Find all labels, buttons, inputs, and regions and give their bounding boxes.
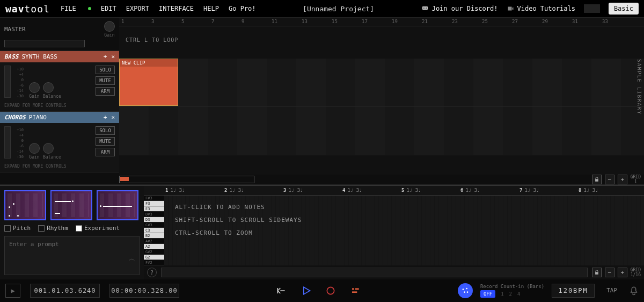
bpm-display[interactable]: 120BPM [552,284,595,298]
empty-lane[interactable] [119,155,644,175]
metronome-button[interactable] [629,286,639,296]
bass-gain-knob[interactable] [29,82,40,93]
preset-3[interactable] [97,190,138,220]
discord-label: Join our Discord! [432,5,498,12]
bass-lane[interactable]: NEW CLIP [119,59,644,107]
menu-export[interactable]: EXPORT [126,5,149,12]
arranger-grid-label[interactable]: GRID1 [631,175,641,184]
chords-close-button[interactable]: × [111,114,115,121]
rewind-button[interactable] [276,285,287,296]
menu-gopro[interactable]: Go Pro! [229,5,256,12]
chords-mute-button[interactable]: MUTE [96,137,115,146]
count-in-2[interactable]: 2 [509,291,512,297]
discord-link[interactable]: Join our Discord! [421,5,498,12]
count-in-off-button[interactable]: OFF [480,290,495,298]
transport-controls [189,285,448,296]
bars-beats-display[interactable]: 001.01.03.6240 [30,284,100,298]
piano-roll-grid[interactable]: ALT-CLICK TO ADD NOTES SHIFT-SCROLL TO S… [164,196,644,265]
chords-lane[interactable] [119,107,644,155]
logo-part-b: tool [25,3,50,15]
add-track-button[interactable]: + [104,53,107,60]
track-inst-chords: PIANO [29,114,47,121]
master-fader[interactable] [4,40,85,47]
bass-expand-note[interactable]: EXPAND FOR MORE CONTROLS [0,102,119,111]
close-track-button[interactable]: × [111,53,115,60]
overview-scrollbar[interactable] [119,176,254,183]
arranger-overview[interactable]: − + GRID1 [119,175,644,184]
proll-zoom-in-button[interactable]: + [618,268,627,277]
preset-1[interactable] [4,190,46,220]
opt-rhythm[interactable]: Rhythm [38,225,68,232]
user-avatar-placeholder[interactable] [584,4,600,13]
editor-search-input[interactable] [161,268,588,277]
svg-point-7 [467,291,469,293]
menu-help[interactable]: HELP [203,5,219,12]
tutorials-link[interactable]: Video Tutorials [507,5,575,12]
menu-interface[interactable]: INTERFACE [159,5,194,12]
lock-button[interactable] [592,175,602,184]
ruler-mark: 23 [452,19,458,24]
timeline-ruler[interactable]: 1 3 5 7 9 11 13 15 17 19 21 23 25 27 29 … [119,18,644,26]
ai-prompt-input[interactable]: Enter a prompt [4,236,140,275]
master-gain-knob[interactable] [104,21,115,32]
chords-add-button[interactable]: + [104,114,107,121]
sample-library-label: SAMPLE LIBRARY [636,59,642,115]
chords-gain-knob[interactable] [29,143,40,154]
opt-experiment[interactable]: Experiment [76,225,120,232]
timeline[interactable]: 1 3 5 7 9 11 13 15 17 19 21 23 25 27 29 … [119,18,644,184]
chevron-up-icon[interactable]: ︿ [129,254,135,263]
track-lanes[interactable]: CTRL L TO LOOP NEW CLIP [119,26,644,175]
count-in-4[interactable]: 4 [517,291,520,297]
logo-part-a: wav [5,3,25,15]
bass-solo-button[interactable]: SOLO [96,66,115,74]
tap-tempo-button[interactable]: TAP [602,287,621,294]
count-in-label: Record Count-in (Bars) [480,284,544,289]
chords-expand-note[interactable]: EXPAND FOR MORE CONTROLS [0,163,119,172]
proll-lock-button[interactable] [592,268,602,277]
chords-balance-knob[interactable] [43,143,54,154]
track-header-chords: CHORDS PIANO + × +10+40-6-14-30 Gain [0,112,119,172]
chords-solo-button[interactable]: SOLO [96,126,115,135]
track-title-chords[interactable]: CHORDS PIANO + × [0,112,119,123]
metronome-pattern-button[interactable] [458,283,473,298]
piano-keys[interactable]: F#3 F3 E3 D#3 D3 C#3 C3 B2 A#2 A2 G#2 G2… [144,196,164,265]
menu-file[interactable]: FILE [61,5,76,12]
track-title-bass[interactable]: BASS SYNTH BASS + × [0,51,119,62]
proll-grid-label[interactable]: GRID1/16 [631,268,641,277]
bass-mute-button[interactable]: MUTE [96,76,115,85]
ruler-mark: 33 [602,19,608,24]
zoom-in-button[interactable]: + [618,175,627,184]
sample-library-tab[interactable]: SAMPLE LIBRARY [634,39,644,135]
timecode-display[interactable]: 00:00:00.328.00 [109,284,179,298]
piano-roll-body[interactable]: F#3 F3 E3 D#3 D3 C#3 C3 B2 A#2 A2 G#2 G2… [144,196,644,265]
piano-roll: 11♩ 3♩ 21♩ 3♩ 31♩ 3♩ 41♩ 3♩ 51♩ 3♩ 61♩ 3… [144,186,644,279]
count-in-1[interactable]: 1 [501,291,503,297]
preset-2[interactable] [50,190,92,220]
chords-arm-button[interactable]: ARM [96,148,115,156]
track-inst-bass: SYNTH BASS [22,53,57,60]
zoom-out-button[interactable]: − [605,175,614,184]
chords-meter [4,126,11,159]
loop-bars-button[interactable] [350,286,361,295]
ruler-mark: 9 [241,19,244,24]
play-button[interactable] [301,285,311,296]
master-lane[interactable]: CTRL L TO LOOP [119,26,644,59]
transport-expand-button[interactable]: ▶ [5,284,20,298]
piano-roll-ruler[interactable]: 11♩ 3♩ 21♩ 3♩ 31♩ 3♩ 41♩ 3♩ 51♩ 3♩ 61♩ 3… [144,186,644,196]
track-bass-meter [4,66,11,98]
opt-pitch[interactable]: Pitch [4,225,31,232]
record-button[interactable] [325,285,336,296]
clip-bass-new[interactable]: NEW CLIP [119,59,178,106]
plan-basic-button[interactable]: Basic [609,3,639,15]
project-title[interactable]: [Unnamed Project] [256,5,421,13]
ruler-mark: 15 [332,19,338,24]
help-button[interactable]: ? [147,268,157,277]
menu-edit[interactable]: EDIT [101,5,116,12]
bass-balance-knob[interactable] [43,82,54,93]
track-bass-ticks: +10+40-6-14-30 [14,66,24,99]
svg-rect-1 [352,288,354,290]
ruler-mark: 19 [392,19,398,24]
bass-arm-button[interactable]: ARM [96,87,115,96]
transport-bar: ▶ 001.01.03.6240 00:00:00.328.00 Record … [0,278,644,302]
proll-zoom-out-button[interactable]: − [605,268,614,277]
